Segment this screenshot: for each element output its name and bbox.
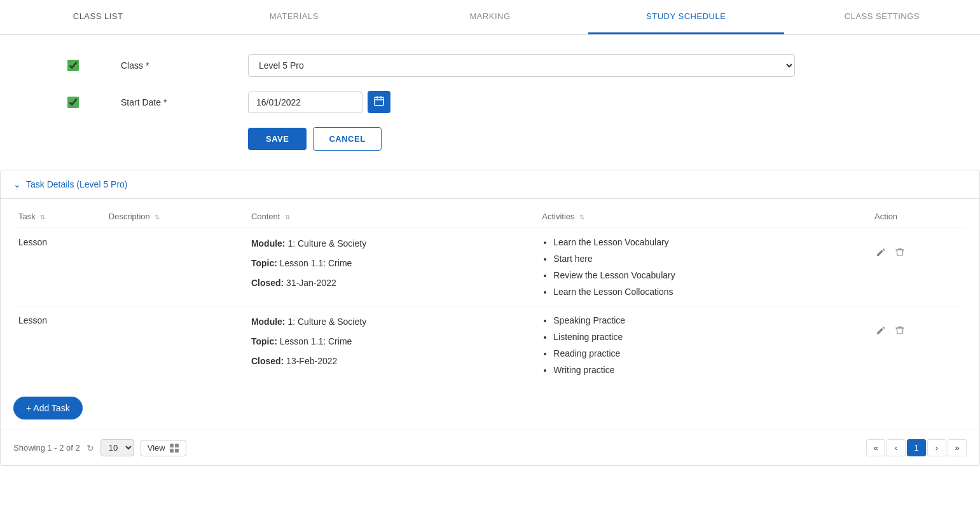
description-cell-0 — [104, 228, 246, 306]
tab-marking[interactable]: MARKING — [392, 0, 588, 34]
class-form-row: Class * Level 5 Pro Level 4 Pro Level 3 … — [25, 54, 955, 77]
class-select-wrap: Level 5 Pro Level 4 Pro Level 3 Pro — [248, 54, 795, 77]
edit-button[interactable] — [874, 324, 887, 339]
edit-icon — [876, 247, 886, 257]
activities-cell-0: Learn the Lesson VocabularyStart hereRev… — [537, 228, 869, 306]
tab-class-list[interactable]: CLASS LIST — [0, 0, 196, 34]
table-row: LessonModule: 1: Culture & SocietyTopic:… — [13, 306, 967, 385]
start-date-label: Start Date * — [121, 97, 248, 107]
task-cell-1: Lesson — [13, 306, 104, 385]
task-cell-0: Lesson — [13, 228, 104, 306]
calendar-button[interactable] — [368, 91, 390, 113]
activities-cell-1: Speaking PracticeListening practiceReadi… — [537, 306, 869, 385]
activity-item: Learn the Lesson Vocabulary — [553, 237, 864, 247]
content-cell-1: Module: 1: Culture & SocietyTopic: Lesso… — [246, 306, 537, 385]
tab-study-schedule[interactable]: STUDY SCHEDULE — [588, 0, 784, 34]
delete-button[interactable] — [894, 324, 906, 339]
view-button[interactable]: View — [141, 440, 186, 456]
activity-item: Speaking Practice — [553, 315, 864, 325]
svg-rect-9 — [175, 449, 179, 453]
svg-rect-8 — [170, 449, 174, 453]
form-buttons: SAVE CANCEL — [248, 127, 955, 151]
start-date-control — [248, 91, 795, 113]
sort-task-icon: ⇅ — [40, 214, 45, 221]
pagination: « ‹ 1 › » — [866, 439, 967, 456]
view-grid-icon — [169, 443, 179, 453]
next-page-button[interactable]: › — [927, 439, 946, 456]
svg-rect-6 — [170, 444, 174, 447]
col-task[interactable]: Task ⇅ — [13, 205, 104, 228]
calendar-icon — [374, 96, 384, 106]
tab-materials[interactable]: MATERIALS — [196, 0, 392, 34]
add-task-button[interactable]: + Add Task — [13, 397, 83, 419]
class-checkbox-wrap — [25, 60, 121, 71]
class-select[interactable]: Level 5 Pro Level 4 Pro Level 3 Pro — [248, 54, 795, 77]
task-table: Task ⇅ Description ⇅ Content ⇅ Activitie… — [13, 205, 967, 384]
class-label: Class * — [121, 60, 248, 71]
form-area: Class * Level 5 Pro Level 4 Pro Level 3 … — [0, 35, 980, 170]
tab-class-settings[interactable]: CLASS SETTINGS — [784, 0, 980, 34]
col-activities[interactable]: Activities ⇅ — [537, 205, 869, 228]
footer-left: Showing 1 - 2 of 2 ↻ 10 25 50 View — [13, 439, 186, 456]
top-navigation: CLASS LIST MATERIALS MARKING STUDY SCHED… — [0, 0, 980, 35]
sort-content-icon: ⇅ — [285, 214, 290, 221]
task-details-section: ⌄ Task Details (Level 5 Pro) Task ⇅ Desc… — [0, 170, 980, 466]
action-cell-0 — [869, 228, 967, 306]
table-row: LessonModule: 1: Culture & SocietyTopic:… — [13, 228, 967, 306]
activity-item: Start here — [553, 254, 864, 264]
start-date-form-row: Start Date * — [25, 91, 955, 113]
first-page-button[interactable]: « — [866, 439, 885, 456]
showing-text: Showing 1 - 2 of 2 — [13, 443, 80, 453]
start-date-input[interactable] — [248, 92, 362, 113]
svg-rect-0 — [375, 97, 383, 106]
last-page-button[interactable]: » — [948, 439, 967, 456]
task-section-header[interactable]: ⌄ Task Details (Level 5 Pro) — [1, 170, 979, 199]
per-page-select[interactable]: 10 25 50 — [100, 439, 134, 456]
activity-item: Learn the Lesson Collocations — [553, 287, 864, 297]
save-button[interactable]: SAVE — [248, 128, 307, 150]
refresh-button[interactable]: ↻ — [86, 443, 94, 453]
table-footer: Showing 1 - 2 of 2 ↻ 10 25 50 View « ‹ 1 — [1, 430, 979, 465]
activity-item: Listening practice — [553, 332, 864, 342]
sort-description-icon: ⇅ — [155, 214, 160, 221]
col-description[interactable]: Description ⇅ — [104, 205, 246, 228]
trash-icon — [895, 247, 905, 257]
task-table-wrap: Task ⇅ Description ⇅ Content ⇅ Activitie… — [1, 199, 979, 390]
content-cell-0: Module: 1: Culture & SocietyTopic: Lesso… — [246, 228, 537, 306]
activity-item: Review the Lesson Vocabulary — [553, 270, 864, 280]
task-section-title: Task Details (Level 5 Pro) — [26, 179, 128, 189]
edit-icon — [876, 325, 886, 336]
start-date-checkbox-wrap — [25, 97, 121, 108]
prev-page-button[interactable]: ‹ — [887, 439, 906, 456]
activity-item: Reading practice — [553, 348, 864, 358]
description-cell-1 — [104, 306, 246, 385]
col-action: Action — [869, 205, 967, 228]
start-date-checkbox[interactable] — [67, 97, 79, 108]
cancel-button[interactable]: CANCEL — [313, 127, 381, 151]
trash-icon — [895, 325, 905, 336]
class-checkbox[interactable] — [67, 60, 79, 71]
delete-button[interactable] — [894, 246, 906, 261]
edit-button[interactable] — [874, 246, 887, 261]
view-label: View — [148, 443, 165, 453]
page-1-button[interactable]: 1 — [907, 439, 926, 456]
svg-rect-7 — [175, 444, 179, 447]
action-cell-1 — [869, 306, 967, 385]
chevron-down-icon: ⌄ — [13, 179, 21, 189]
col-content[interactable]: Content ⇅ — [246, 205, 537, 228]
table-header-row: Task ⇅ Description ⇅ Content ⇅ Activitie… — [13, 205, 967, 228]
sort-activities-icon: ⇅ — [579, 214, 584, 221]
date-input-wrap — [248, 91, 795, 113]
activity-item: Writing practice — [553, 365, 864, 375]
